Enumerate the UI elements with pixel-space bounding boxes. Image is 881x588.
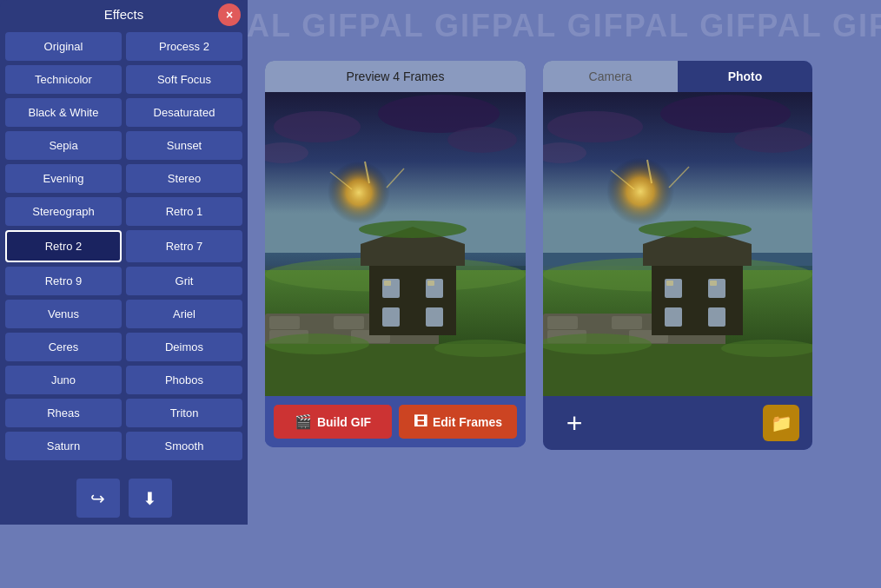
folder-icon: 📁 (771, 413, 792, 433)
effect-phobos[interactable]: Phobos (126, 366, 242, 394)
camera-tab[interactable]: Camera (543, 61, 678, 92)
effect-venus[interactable]: Venus (5, 300, 122, 328)
effect-ariel[interactable]: Ariel (126, 300, 242, 328)
svg-rect-15 (334, 316, 364, 329)
effect-deimos[interactable]: Deimos (126, 333, 242, 361)
svg-rect-64 (665, 307, 682, 327)
svg-rect-51 (580, 316, 610, 329)
preview-header: Preview 4 Frames (265, 61, 526, 92)
build-gif-button[interactable]: 🎬 Build GIF (274, 405, 392, 439)
effect-smooth[interactable]: Smooth (126, 432, 242, 460)
effect-retro7[interactable]: Retro 7 (126, 230, 242, 262)
svg-point-3 (447, 127, 517, 153)
svg-point-69 (543, 334, 652, 354)
svg-point-1 (274, 111, 361, 142)
effect-sepia[interactable]: Sepia (5, 131, 122, 160)
edit-frames-label: Edit Frames (433, 415, 502, 429)
preview-image (265, 92, 526, 396)
effect-bw[interactable]: Black & White (5, 98, 122, 127)
effect-evening[interactable]: Evening (5, 164, 122, 193)
build-gif-label: Build GIF (317, 415, 371, 429)
preview-scene-svg (265, 92, 526, 396)
main-content: Preview 4 Frames (248, 52, 881, 588)
effect-process2[interactable]: Process 2 (126, 32, 242, 61)
download-icon: ⬇ (142, 488, 157, 509)
effect-original[interactable]: Original (5, 32, 122, 61)
effects-footer: ↪ ⬇ (0, 472, 248, 525)
photo-tabs: Camera Photo (543, 61, 812, 92)
svg-rect-13 (269, 316, 300, 329)
effect-technicolor[interactable]: Technicolor (5, 65, 122, 94)
effect-softfocus[interactable]: Soft Focus (126, 65, 242, 94)
preview-actions: 🎬 Build GIF 🎞 Edit Frames (265, 396, 526, 447)
svg-rect-65 (708, 307, 725, 327)
photo-image (543, 92, 812, 396)
open-folder-button[interactable]: 📁 (763, 405, 799, 441)
photo-panel: Camera Photo (543, 61, 812, 450)
svg-point-38 (547, 111, 643, 142)
svg-point-33 (434, 340, 526, 357)
share-button[interactable]: ↪ (76, 479, 120, 518)
effects-scroll[interactable]: Original Process 2 Technicolor Soft Focu… (0, 29, 248, 472)
add-photo-button[interactable]: + (556, 405, 593, 441)
effect-sunset[interactable]: Sunset (126, 131, 242, 160)
photo-scene-svg (543, 92, 812, 396)
svg-point-24 (359, 221, 467, 238)
effect-retro2[interactable]: Retro 2 (5, 230, 122, 262)
svg-rect-27 (382, 307, 400, 327)
effect-ceres[interactable]: Ceres (5, 333, 122, 361)
svg-point-40 (734, 127, 812, 153)
photo-tab[interactable]: Photo (678, 61, 812, 92)
svg-rect-66 (666, 281, 673, 286)
effects-panel: Effects × Original Process 2 Technicolor… (0, 0, 248, 525)
photo-actions: + 📁 (543, 396, 812, 450)
effect-retro9[interactable]: Retro 9 (5, 267, 122, 295)
effect-rheas[interactable]: Rheas (5, 399, 122, 427)
preview-panel: Preview 4 Frames (265, 61, 526, 447)
svg-rect-67 (710, 281, 717, 286)
close-button[interactable]: × (218, 3, 241, 26)
effect-desaturated[interactable]: Desaturated (126, 98, 242, 127)
effect-triton[interactable]: Triton (126, 399, 242, 427)
watermark: GIFPAL GIFPAL GIFPAL GIFPAL GIFPAL GIFPA… (243, 0, 881, 52)
svg-point-70 (721, 340, 812, 357)
download-button[interactable]: ⬇ (129, 479, 172, 518)
svg-rect-30 (427, 281, 434, 286)
svg-point-32 (265, 334, 369, 354)
svg-rect-52 (612, 316, 642, 329)
effects-title: Effects (104, 7, 144, 22)
svg-rect-28 (426, 307, 443, 327)
effects-header: Effects × (0, 0, 248, 29)
effect-retro1[interactable]: Retro 1 (126, 197, 242, 226)
effect-stereo[interactable]: Stereo (126, 164, 242, 193)
plus-icon: + (566, 407, 583, 439)
effects-grid: Original Process 2 Technicolor Soft Focu… (5, 32, 242, 460)
svg-rect-29 (384, 281, 391, 286)
effect-stereograph[interactable]: Stereograph (5, 197, 122, 226)
svg-point-61 (639, 221, 752, 238)
edit-frames-button[interactable]: 🎞 Edit Frames (399, 405, 517, 439)
share-icon: ↪ (90, 488, 105, 509)
svg-rect-14 (301, 316, 332, 329)
svg-rect-50 (547, 316, 578, 329)
edit-frames-icon: 🎞 (414, 414, 427, 430)
effect-grit[interactable]: Grit (126, 267, 242, 295)
effect-juno[interactable]: Juno (5, 366, 122, 394)
effect-saturn[interactable]: Saturn (5, 432, 122, 460)
watermark-text: GIFPAL GIFPAL GIFPAL GIFPAL GIFPAL GIFPA… (243, 8, 881, 44)
build-gif-icon: 🎬 (295, 413, 312, 430)
